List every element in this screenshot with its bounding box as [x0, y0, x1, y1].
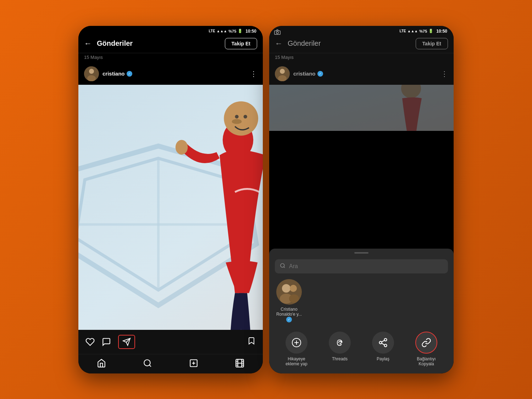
svg-line-49: [382, 340, 384, 342]
signal-bars: ▲▲▲: [217, 29, 227, 33]
reels-nav-left[interactable]: [235, 359, 244, 368]
svg-point-47: [384, 344, 387, 347]
like-button-left[interactable]: [85, 335, 95, 349]
svg-point-37: [282, 284, 290, 293]
svg-line-35: [284, 267, 285, 268]
svg-point-14: [144, 360, 150, 366]
partial-post-image: [269, 85, 454, 131]
page-title-right: Gönderiler: [288, 39, 416, 48]
post-header-left: cristiano ✓ ⋮: [78, 63, 263, 85]
follow-button-right[interactable]: Takip Et: [416, 38, 448, 49]
search-input[interactable]: [289, 263, 443, 270]
more-menu-left[interactable]: ⋮: [250, 70, 257, 78]
contact-item[interactable]: Cristiano Ronaldo'e y... ✓: [275, 279, 303, 322]
camera-icon: [274, 29, 281, 36]
svg-line-15: [149, 365, 151, 367]
bottom-nav-left: [78, 354, 263, 373]
svg-point-30: [280, 69, 285, 74]
home-nav-left[interactable]: [97, 359, 106, 368]
follow-button-left[interactable]: Takip Et: [225, 38, 257, 49]
app-header-left: ← Gönderiler Takip Et: [78, 35, 263, 53]
share-actions-row: Hikayeye ekleme yap Threads: [269, 328, 454, 366]
signal-bars-right: ▲▲▲: [408, 29, 418, 33]
comment-button-left[interactable]: [102, 335, 111, 349]
svg-point-7: [224, 101, 258, 135]
svg-point-40: [289, 294, 299, 303]
threads-icon[interactable]: [329, 332, 351, 354]
svg-point-9: [232, 119, 242, 124]
battery-icon: 🔋: [238, 29, 243, 33]
date-bar-left: 15 Mayıs: [78, 53, 263, 63]
post-header-right: cristiano ✓ ⋮: [269, 63, 454, 85]
right-phone: LTE ▲▲▲ %75 🔋 10:50 ← Gönderiler Takip E…: [269, 26, 454, 373]
story-label: Hikayeye ekleme yap: [286, 356, 307, 366]
battery-icon-right: 🔋: [428, 29, 433, 33]
story-action[interactable]: Hikayeye ekleme yap: [286, 332, 307, 366]
username-right: cristiano: [293, 71, 316, 77]
post-image-left: [78, 85, 263, 330]
action-bar-left: [78, 330, 263, 354]
network-label: LTE: [209, 29, 215, 33]
svg-point-11: [244, 115, 247, 118]
avatar-right: [275, 66, 290, 81]
svg-point-1: [89, 69, 94, 74]
username-left: cristiano: [102, 71, 125, 77]
battery-label-right: %75: [419, 29, 427, 33]
svg-point-44: [341, 340, 342, 342]
svg-point-46: [379, 341, 382, 344]
svg-line-48: [382, 343, 384, 345]
add-nav-left[interactable]: [189, 359, 198, 368]
copy-link-icon[interactable]: [415, 332, 437, 354]
search-icon: [280, 263, 286, 270]
time-label-right: 10:50: [436, 29, 447, 34]
network-label-right: LTE: [399, 29, 406, 33]
svg-point-38: [290, 285, 297, 292]
story-icon[interactable]: [286, 332, 307, 354]
battery-label: %75: [228, 29, 236, 33]
svg-point-28: [276, 32, 278, 34]
copy-link-label: Bağlantıyı Kopyala: [417, 356, 436, 366]
bookmark-button-left[interactable]: [247, 337, 256, 347]
left-phone: LTE ▲▲▲ %75 🔋 10:50 ← Gönderiler Takip E…: [78, 26, 263, 373]
more-menu-right[interactable]: ⋮: [441, 70, 448, 78]
verified-badge-left: ✓: [127, 71, 132, 77]
date-bar-right: 15 Mayıs: [269, 53, 454, 63]
verified-badge-right: ✓: [317, 71, 323, 77]
image-dimmer: [269, 85, 454, 131]
svg-point-34: [281, 264, 284, 267]
contact-verified-badge: ✓: [286, 317, 292, 322]
copy-link-action[interactable]: Bağlantıyı Kopyala: [415, 332, 437, 366]
share-sheet: Cristiano Ronaldo'e y... ✓ Hikayeye ekle…: [269, 249, 454, 373]
svg-point-8: [176, 140, 188, 154]
avatar-left: [84, 66, 99, 81]
story-contacts: Cristiano Ronaldo'e y... ✓: [269, 279, 454, 328]
threads-label: Threads: [332, 356, 348, 361]
contact-avatar: [276, 279, 302, 305]
sheet-handle: [354, 252, 368, 254]
share-action[interactable]: Paylaş: [372, 332, 394, 366]
page-title-left: Gönderiler: [97, 39, 225, 48]
share-button-left[interactable]: [118, 335, 135, 349]
share-icon[interactable]: [372, 332, 394, 354]
status-bar-right: LTE ▲▲▲ %75 🔋 10:50: [269, 26, 454, 35]
svg-point-10: [235, 115, 238, 118]
back-button-right[interactable]: ←: [275, 39, 283, 48]
time-label: 10:50: [245, 29, 256, 34]
contact-name: Cristiano Ronaldo'e y... ✓: [275, 307, 303, 322]
share-label: Paylaş: [377, 356, 389, 361]
search-nav-left[interactable]: [143, 359, 152, 368]
threads-action[interactable]: Threads: [329, 332, 351, 366]
svg-point-45: [384, 338, 387, 341]
status-bar-left: LTE ▲▲▲ %75 🔋 10:50: [78, 26, 263, 35]
app-header-right: ← Gönderiler Takip Et: [269, 35, 454, 53]
search-bar[interactable]: [275, 259, 448, 273]
back-button-left[interactable]: ←: [84, 39, 92, 48]
